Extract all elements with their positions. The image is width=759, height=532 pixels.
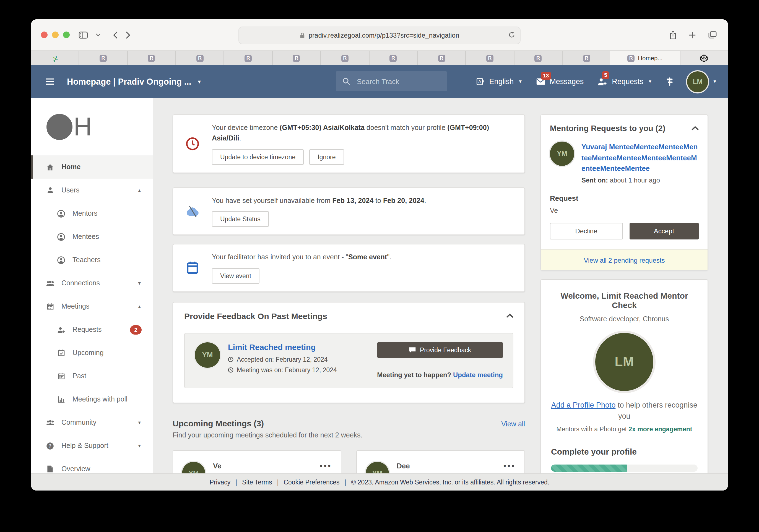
- minimize-window-button[interactable]: [52, 31, 59, 38]
- close-window-button[interactable]: [41, 31, 48, 38]
- view-all-pending-requests-link[interactable]: View all 2 pending requests: [584, 256, 665, 264]
- complete-profile-title: Complete your profile: [551, 447, 698, 456]
- search-box[interactable]: [336, 71, 447, 91]
- alert-text: Your device timezone (GMT+05:30) Asia/Ko…: [212, 123, 513, 144]
- update-status-button[interactable]: Update Status: [212, 211, 269, 227]
- sidebar-item-users[interactable]: Users▲: [31, 179, 153, 202]
- tab-codepen[interactable]: [680, 51, 728, 65]
- language-menu[interactable]: A English ▼: [477, 77, 523, 86]
- meeting-title-link[interactable]: Limit Reached meeting: [228, 343, 316, 352]
- sent-on-label: Sent on:: [581, 176, 608, 184]
- browser-tab-r-8[interactable]: R: [418, 51, 466, 65]
- title-chevron-down-icon[interactable]: ▼: [197, 79, 202, 84]
- sidebar-item-past[interactable]: Past: [31, 364, 153, 388]
- signpost-icon[interactable]: [665, 77, 674, 86]
- footer: Privacy|Site Terms|Cookie Preferences|© …: [31, 474, 728, 490]
- back-button[interactable]: [113, 31, 118, 39]
- chevron-up-icon[interactable]: ▲: [137, 304, 141, 309]
- tab-favicon: R: [583, 55, 590, 62]
- zoom-window-button[interactable]: [63, 31, 70, 38]
- sidebar-item-home[interactable]: Home: [31, 155, 153, 179]
- upcoming-meeting-card[interactable]: YMDee●●●Thu, 15 Feb - 04:30 pm (30 mins): [356, 450, 525, 474]
- new-tab-icon[interactable]: [689, 31, 696, 38]
- request-label: Request: [550, 194, 699, 202]
- forward-button[interactable]: [126, 31, 131, 39]
- sidebar-item-mentors[interactable]: Mentors: [31, 202, 153, 225]
- sidebar-item-community[interactable]: Community▼: [31, 411, 153, 434]
- share-icon[interactable]: [669, 30, 677, 40]
- collapse-chevron-up-icon[interactable]: [506, 314, 513, 318]
- browser-tab-r-7[interactable]: R: [369, 51, 418, 65]
- sidebar-item-help-support[interactable]: ?Help & Support▼: [31, 434, 153, 457]
- provide-feedback-button[interactable]: Provide Feedback: [377, 342, 503, 358]
- sidebar-item-label: Help & Support: [61, 442, 108, 450]
- sidebar-item-meetings-with-poll[interactable]: Meetings with poll: [31, 388, 153, 411]
- sidebar-item-connections[interactable]: Connections▼: [31, 272, 153, 295]
- view-event-button[interactable]: View event: [212, 268, 260, 284]
- browser-tab-r-3[interactable]: R: [176, 51, 224, 65]
- url-bar[interactable]: pradiv.realizegoal.com/p/p133?src=side_n…: [238, 26, 521, 44]
- update-meeting-link[interactable]: Update meeting: [453, 371, 503, 379]
- browser-tab-r-10[interactable]: R: [514, 51, 563, 65]
- footer-link-site-terms[interactable]: Site Terms: [242, 479, 272, 485]
- upcoming-meeting-card[interactable]: YMVe●●●Wed, 14 Feb - 09:00 am (30 mins): [173, 450, 341, 474]
- sidebar-item-label: Meetings: [61, 302, 89, 310]
- browser-tab-r-6[interactable]: R: [321, 51, 369, 65]
- requests-label: Requests: [612, 77, 643, 86]
- sidebar-item-meetings[interactable]: Meetings▲: [31, 295, 153, 318]
- decline-button[interactable]: Decline: [550, 223, 622, 239]
- meeting-was-on-text: Meeting was on: February 12, 2024: [237, 366, 337, 373]
- update-to-device-timezone-button[interactable]: Update to device timezone: [212, 149, 304, 165]
- messages-menu[interactable]: 13 Messages: [536, 77, 584, 86]
- meeting-options-icon[interactable]: ●●●: [503, 463, 516, 469]
- browser-tab-r-9[interactable]: R: [466, 51, 514, 65]
- profile-menu[interactable]: LM ▼: [687, 71, 717, 92]
- provide-feedback-label: Provide Feedback: [420, 347, 471, 353]
- sidebar-item-teachers[interactable]: Teachers: [31, 248, 153, 272]
- accept-button[interactable]: Accept: [629, 223, 699, 239]
- svg-text:A: A: [479, 79, 482, 84]
- hamburger-menu-icon[interactable]: [45, 78, 55, 85]
- browser-tab-r-1[interactable]: R: [79, 51, 128, 65]
- ignore-button[interactable]: Ignore: [309, 149, 344, 165]
- chevron-down-icon[interactable]: ▼: [137, 443, 141, 448]
- request-value: Ve: [550, 207, 699, 214]
- browser-tab-r-2[interactable]: R: [128, 51, 176, 65]
- sidebar-item-requests[interactable]: Requests2: [31, 318, 153, 341]
- reload-button[interactable]: [508, 31, 515, 38]
- chevron-up-icon[interactable]: ▲: [137, 188, 141, 193]
- tab-overview-chevron-icon[interactable]: [96, 33, 101, 36]
- sidebar-toggle-icon[interactable]: [79, 31, 88, 38]
- logo-circle-icon: [47, 114, 72, 140]
- requests-menu[interactable]: 5 Requests ▼: [597, 77, 652, 86]
- sidebar-nav: HomeUsers▲MentorsMenteesTeachersConnecti…: [31, 155, 153, 474]
- show-tabs-icon[interactable]: [708, 31, 717, 39]
- sidebar-item-mentees[interactable]: Mentees: [31, 225, 153, 248]
- chevron-down-icon[interactable]: ▼: [137, 281, 141, 285]
- search-input[interactable]: [356, 77, 440, 86]
- collapse-chevron-up-icon[interactable]: [692, 126, 699, 131]
- svg-text:?: ?: [49, 443, 52, 448]
- browser-tab-r-5[interactable]: R: [273, 51, 321, 65]
- meeting-options-icon[interactable]: ●●●: [319, 463, 332, 469]
- sidebar-item-label: Connections: [61, 279, 100, 287]
- add-profile-photo-link[interactable]: Add a Profile Photo: [551, 401, 616, 409]
- tab-active-homepage[interactable]: R Homep...: [611, 51, 680, 65]
- browser-tab-r-4[interactable]: R: [224, 51, 273, 65]
- requester-name-link[interactable]: Yuvaraj MenteeMenteeMenteeMenteeMenteeMe…: [581, 141, 699, 174]
- footer-link-privacy[interactable]: Privacy: [210, 479, 230, 485]
- envelope-icon: 13: [536, 78, 545, 85]
- meeting-question-text: Meeting yet to happen?: [377, 371, 453, 379]
- meeting-name: Ve: [213, 462, 221, 470]
- sidebar-item-upcoming[interactable]: Upcoming: [31, 341, 153, 364]
- sidebar-item-overview[interactable]: Overview: [31, 457, 153, 474]
- page-title[interactable]: Homepage | Pradiv Ongoing ...: [67, 77, 191, 87]
- chevron-down-icon[interactable]: ▼: [137, 420, 141, 425]
- tab-plant[interactable]: [31, 51, 79, 65]
- mentoring-requests-title: Mentoring Requests to you (2): [550, 124, 665, 133]
- url-text: pradiv.realizegoal.com/p/p133?src=side_n…: [309, 31, 459, 39]
- browser-tab-r-11[interactable]: R: [563, 51, 611, 65]
- feedback-meeting-row: YM Limit Reached meeting Accepted on: Fe…: [184, 333, 513, 388]
- view-all-link[interactable]: View all: [501, 420, 525, 428]
- footer-link-cookie-preferences[interactable]: Cookie Preferences: [284, 479, 340, 485]
